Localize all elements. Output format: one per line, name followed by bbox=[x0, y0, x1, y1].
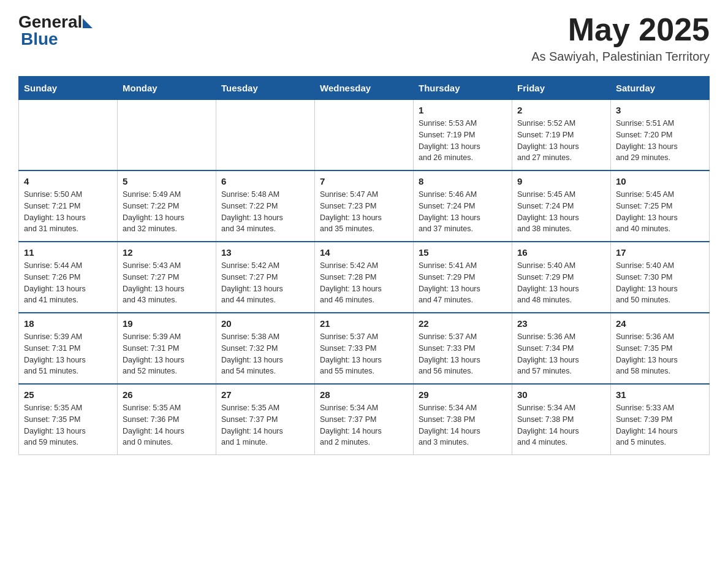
day-info: Sunrise: 5:36 AMSunset: 7:35 PMDaylight:… bbox=[616, 331, 704, 377]
day-info: Sunrise: 5:52 AMSunset: 7:19 PMDaylight:… bbox=[517, 118, 605, 164]
day-info: Sunrise: 5:49 AMSunset: 7:22 PMDaylight:… bbox=[123, 189, 211, 235]
calendar-header: SundayMondayTuesdayWednesdayThursdayFrid… bbox=[19, 77, 710, 100]
day-number: 30 bbox=[517, 389, 605, 400]
calendar-cell: 10Sunrise: 5:45 AMSunset: 7:25 PMDayligh… bbox=[611, 170, 710, 242]
day-info: Sunrise: 5:47 AMSunset: 7:23 PMDaylight:… bbox=[320, 189, 408, 235]
day-info: Sunrise: 5:43 AMSunset: 7:27 PMDaylight:… bbox=[123, 260, 211, 306]
day-info: Sunrise: 5:35 AMSunset: 7:35 PMDaylight:… bbox=[24, 402, 112, 448]
calendar-cell bbox=[118, 100, 216, 171]
day-number: 13 bbox=[221, 247, 309, 258]
day-info: Sunrise: 5:33 AMSunset: 7:39 PMDaylight:… bbox=[616, 402, 704, 448]
day-number: 6 bbox=[221, 176, 309, 186]
day-number: 10 bbox=[616, 176, 704, 186]
weekday-header-thursday: Thursday bbox=[414, 77, 512, 100]
calendar-cell: 27Sunrise: 5:35 AMSunset: 7:37 PMDayligh… bbox=[216, 384, 315, 455]
calendar-cell: 1Sunrise: 5:53 AMSunset: 7:19 PMDaylight… bbox=[414, 100, 512, 171]
weekday-header-tuesday: Tuesday bbox=[216, 77, 315, 100]
calendar-cell: 22Sunrise: 5:37 AMSunset: 7:33 PMDayligh… bbox=[414, 313, 512, 384]
logo-arrow-icon bbox=[83, 18, 93, 28]
day-info: Sunrise: 5:50 AMSunset: 7:21 PMDaylight:… bbox=[24, 189, 112, 235]
day-number: 31 bbox=[616, 389, 704, 400]
weekday-header-row: SundayMondayTuesdayWednesdayThursdayFrid… bbox=[19, 77, 710, 100]
calendar-cell bbox=[216, 100, 315, 171]
calendar-week-row: 1Sunrise: 5:53 AMSunset: 7:19 PMDaylight… bbox=[19, 100, 710, 171]
day-info: Sunrise: 5:51 AMSunset: 7:20 PMDaylight:… bbox=[616, 118, 704, 164]
day-info: Sunrise: 5:35 AMSunset: 7:36 PMDaylight:… bbox=[123, 402, 211, 448]
day-number: 19 bbox=[123, 318, 211, 329]
calendar-cell: 29Sunrise: 5:34 AMSunset: 7:38 PMDayligh… bbox=[414, 384, 512, 455]
day-number: 8 bbox=[419, 176, 507, 186]
weekday-header-friday: Friday bbox=[512, 77, 611, 100]
logo: General Blue bbox=[18, 12, 93, 49]
calendar-cell: 26Sunrise: 5:35 AMSunset: 7:36 PMDayligh… bbox=[118, 384, 216, 455]
day-info: Sunrise: 5:37 AMSunset: 7:33 PMDaylight:… bbox=[320, 331, 408, 377]
calendar-cell: 11Sunrise: 5:44 AMSunset: 7:26 PMDayligh… bbox=[19, 242, 118, 313]
weekday-header-sunday: Sunday bbox=[19, 77, 118, 100]
day-info: Sunrise: 5:44 AMSunset: 7:26 PMDaylight:… bbox=[24, 260, 112, 306]
calendar-cell: 24Sunrise: 5:36 AMSunset: 7:35 PMDayligh… bbox=[611, 313, 710, 384]
day-number: 21 bbox=[320, 318, 408, 329]
weekday-header-monday: Monday bbox=[118, 77, 216, 100]
day-info: Sunrise: 5:39 AMSunset: 7:31 PMDaylight:… bbox=[24, 331, 112, 377]
calendar-cell: 12Sunrise: 5:43 AMSunset: 7:27 PMDayligh… bbox=[118, 242, 216, 313]
calendar-cell: 14Sunrise: 5:42 AMSunset: 7:28 PMDayligh… bbox=[315, 242, 414, 313]
calendar-cell: 15Sunrise: 5:41 AMSunset: 7:29 PMDayligh… bbox=[414, 242, 512, 313]
calendar-body: 1Sunrise: 5:53 AMSunset: 7:19 PMDaylight… bbox=[19, 100, 710, 455]
day-number: 20 bbox=[221, 318, 309, 329]
day-number: 23 bbox=[517, 318, 605, 329]
calendar-cell: 4Sunrise: 5:50 AMSunset: 7:21 PMDaylight… bbox=[19, 170, 118, 242]
day-number: 9 bbox=[517, 176, 605, 186]
day-number: 4 bbox=[24, 176, 112, 186]
calendar-cell: 6Sunrise: 5:48 AMSunset: 7:22 PMDaylight… bbox=[216, 170, 315, 242]
day-number: 29 bbox=[419, 389, 507, 400]
calendar-cell: 18Sunrise: 5:39 AMSunset: 7:31 PMDayligh… bbox=[19, 313, 118, 384]
calendar-cell: 20Sunrise: 5:38 AMSunset: 7:32 PMDayligh… bbox=[216, 313, 315, 384]
day-info: Sunrise: 5:53 AMSunset: 7:19 PMDaylight:… bbox=[419, 118, 507, 164]
day-info: Sunrise: 5:45 AMSunset: 7:24 PMDaylight:… bbox=[517, 189, 605, 235]
calendar-cell: 9Sunrise: 5:45 AMSunset: 7:24 PMDaylight… bbox=[512, 170, 611, 242]
calendar-cell: 17Sunrise: 5:40 AMSunset: 7:30 PMDayligh… bbox=[611, 242, 710, 313]
day-info: Sunrise: 5:34 AMSunset: 7:38 PMDaylight:… bbox=[517, 402, 605, 448]
calendar-week-row: 11Sunrise: 5:44 AMSunset: 7:26 PMDayligh… bbox=[19, 242, 710, 313]
calendar-cell: 3Sunrise: 5:51 AMSunset: 7:20 PMDaylight… bbox=[611, 100, 710, 171]
day-info: Sunrise: 5:34 AMSunset: 7:38 PMDaylight:… bbox=[419, 402, 507, 448]
day-number: 22 bbox=[419, 318, 507, 329]
calendar-cell: 19Sunrise: 5:39 AMSunset: 7:31 PMDayligh… bbox=[118, 313, 216, 384]
day-number: 12 bbox=[123, 247, 211, 258]
day-number: 28 bbox=[320, 389, 408, 400]
calendar-cell: 8Sunrise: 5:46 AMSunset: 7:24 PMDaylight… bbox=[414, 170, 512, 242]
day-number: 5 bbox=[123, 176, 211, 186]
day-number: 1 bbox=[419, 105, 507, 115]
day-info: Sunrise: 5:48 AMSunset: 7:22 PMDaylight:… bbox=[221, 189, 309, 235]
calendar-cell: 16Sunrise: 5:40 AMSunset: 7:29 PMDayligh… bbox=[512, 242, 611, 313]
day-info: Sunrise: 5:38 AMSunset: 7:32 PMDaylight:… bbox=[221, 331, 309, 377]
calendar-cell: 21Sunrise: 5:37 AMSunset: 7:33 PMDayligh… bbox=[315, 313, 414, 384]
calendar-table: SundayMondayTuesdayWednesdayThursdayFrid… bbox=[18, 76, 710, 455]
day-number: 3 bbox=[616, 105, 704, 115]
day-info: Sunrise: 5:40 AMSunset: 7:29 PMDaylight:… bbox=[517, 260, 605, 306]
calendar-cell: 30Sunrise: 5:34 AMSunset: 7:38 PMDayligh… bbox=[512, 384, 611, 455]
day-number: 17 bbox=[616, 247, 704, 258]
day-number: 18 bbox=[24, 318, 112, 329]
day-number: 16 bbox=[517, 247, 605, 258]
calendar-cell: 23Sunrise: 5:36 AMSunset: 7:34 PMDayligh… bbox=[512, 313, 611, 384]
page-header: General Blue May 2025 As Sawiyah, Palest… bbox=[18, 12, 710, 64]
calendar-cell: 13Sunrise: 5:42 AMSunset: 7:27 PMDayligh… bbox=[216, 242, 315, 313]
logo-blue-text: Blue bbox=[21, 29, 58, 49]
day-info: Sunrise: 5:40 AMSunset: 7:30 PMDaylight:… bbox=[616, 260, 704, 306]
day-number: 7 bbox=[320, 176, 408, 186]
calendar-cell bbox=[19, 100, 118, 171]
calendar-cell: 7Sunrise: 5:47 AMSunset: 7:23 PMDaylight… bbox=[315, 170, 414, 242]
day-info: Sunrise: 5:37 AMSunset: 7:33 PMDaylight:… bbox=[419, 331, 507, 377]
calendar-week-row: 25Sunrise: 5:35 AMSunset: 7:35 PMDayligh… bbox=[19, 384, 710, 455]
day-number: 11 bbox=[24, 247, 112, 258]
day-number: 26 bbox=[123, 389, 211, 400]
calendar-cell: 5Sunrise: 5:49 AMSunset: 7:22 PMDaylight… bbox=[118, 170, 216, 242]
weekday-header-wednesday: Wednesday bbox=[315, 77, 414, 100]
calendar-cell bbox=[315, 100, 414, 171]
title-block: May 2025 As Sawiyah, Palestinian Territo… bbox=[531, 12, 710, 64]
day-info: Sunrise: 5:34 AMSunset: 7:37 PMDaylight:… bbox=[320, 402, 408, 448]
day-info: Sunrise: 5:39 AMSunset: 7:31 PMDaylight:… bbox=[123, 331, 211, 377]
location-subtitle: As Sawiyah, Palestinian Territory bbox=[531, 50, 710, 64]
weekday-header-saturday: Saturday bbox=[611, 77, 710, 100]
